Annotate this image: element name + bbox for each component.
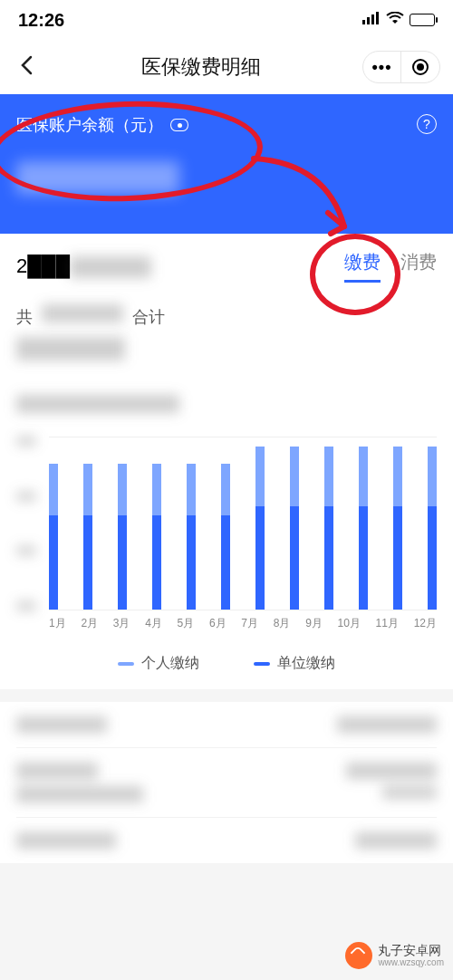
year-selector[interactable]: 2███ <box>16 255 151 278</box>
balance-label: 医保账户余额（元） <box>16 114 163 136</box>
list-item[interactable] <box>16 702 437 748</box>
nav-actions: ••• <box>362 51 440 83</box>
watermark-brand: 丸子安卓网 <box>378 944 444 957</box>
watermark-url: www.wzsqy.com <box>378 957 444 967</box>
bar-column <box>393 437 402 610</box>
wifi-icon <box>386 12 404 28</box>
balance-card: 医保账户余额（元） ? ████████ <box>0 94 453 234</box>
chart-legend: 个人缴纳 单位缴纳 <box>16 654 437 673</box>
status-bar: 12:26 <box>0 0 453 40</box>
x-tick: 3月 <box>113 616 130 636</box>
x-tick: 5月 <box>178 616 195 636</box>
menu-button[interactable]: ••• <box>363 51 401 83</box>
eye-icon[interactable] <box>170 119 188 131</box>
bar-column <box>428 437 437 610</box>
dots-icon: ••• <box>372 58 392 77</box>
payment-chart: 1月2月3月4月5月6月7月8月9月10月11月12月 <box>16 437 437 636</box>
back-button[interactable] <box>13 50 40 85</box>
bar-column <box>255 437 265 610</box>
x-tick: 6月 <box>209 616 226 636</box>
nav-bar: 医保缴费明细 ••• <box>0 40 453 94</box>
chart-title <box>16 395 437 415</box>
svg-rect-3 <box>376 12 379 24</box>
help-button[interactable]: ? <box>417 114 437 134</box>
signal-icon <box>362 12 381 28</box>
x-tick: 1月 <box>49 616 66 636</box>
list-item[interactable] <box>16 748 437 818</box>
page-title: 医保缴费明细 <box>40 53 362 81</box>
summary-label: 合计 <box>132 306 165 328</box>
watermark-icon <box>345 942 372 969</box>
x-axis: 1月2月3月4月5月6月7月8月9月10月11月12月 <box>49 616 437 636</box>
transaction-list <box>0 702 453 863</box>
year-row: 2███ 缴费 消费 <box>16 250 437 283</box>
x-tick: 4月 <box>145 616 162 636</box>
svg-rect-0 <box>362 20 365 24</box>
x-tick: 11月 <box>376 616 399 636</box>
legend-swatch-personal <box>118 662 134 666</box>
y-axis <box>16 437 42 610</box>
tabs: 缴费 消费 <box>344 250 437 283</box>
bar-column <box>359 437 368 610</box>
x-tick: 7月 <box>241 616 258 636</box>
bar-column <box>83 437 92 610</box>
bar-column <box>152 437 161 610</box>
status-icons <box>362 12 435 28</box>
detail-card: 2███ 缴费 消费 共 合计 1月2月3月4月5月6月7月8月9月10月11月… <box>0 234 453 689</box>
balance-value: ████████ <box>16 161 437 197</box>
tab-payment[interactable]: 缴费 <box>344 250 381 283</box>
balance-label-row: 医保账户余额（元） <box>16 114 437 136</box>
summary-row: 共 合计 <box>16 304 437 328</box>
x-tick: 2月 <box>81 616 98 636</box>
bar-column <box>221 437 230 610</box>
target-icon <box>412 59 429 75</box>
svg-rect-2 <box>371 14 374 24</box>
summary-prefix: 共 <box>16 306 33 328</box>
miniprogram-capsule: ••• <box>362 51 440 83</box>
x-tick: 8月 <box>274 616 291 636</box>
legend-employer: 单位缴纳 <box>254 654 335 673</box>
bar-column <box>187 437 196 610</box>
legend-swatch-employer <box>254 662 270 666</box>
bar-column <box>49 437 58 610</box>
bar-column <box>324 437 333 610</box>
svg-rect-1 <box>367 17 370 24</box>
summary-value <box>16 337 437 362</box>
status-time: 12:26 <box>18 10 64 31</box>
watermark: 丸子安卓网 www.wzsqy.com <box>345 942 444 969</box>
battery-icon <box>410 14 435 26</box>
tab-consume[interactable]: 消费 <box>400 250 437 283</box>
legend-personal: 个人缴纳 <box>118 654 199 673</box>
x-tick: 10月 <box>338 616 361 636</box>
bars <box>49 437 437 610</box>
bar-column <box>118 437 127 610</box>
list-item[interactable] <box>16 818 437 863</box>
x-tick: 12月 <box>414 616 437 636</box>
bar-column <box>290 437 299 610</box>
x-tick: 9月 <box>305 616 323 636</box>
close-button[interactable] <box>401 51 439 83</box>
